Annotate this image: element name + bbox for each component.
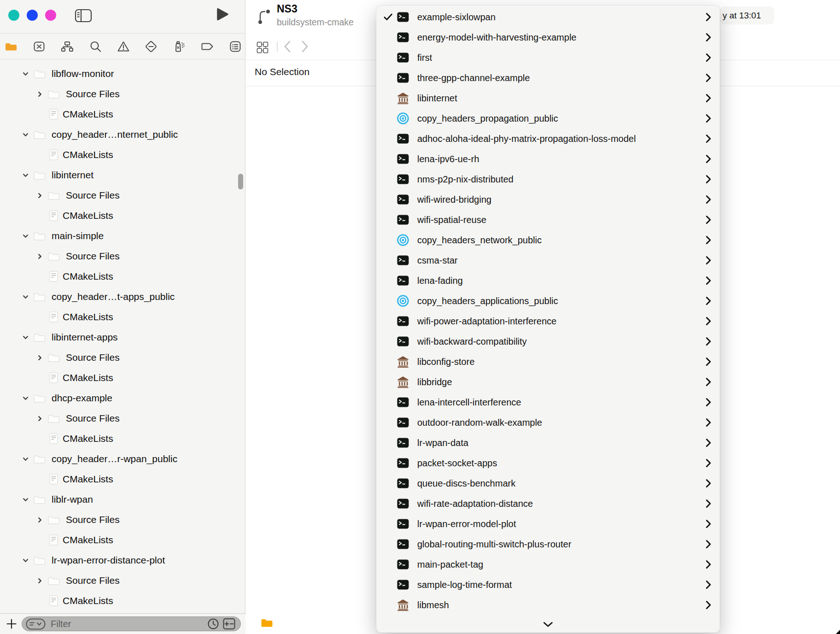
tree-row[interactable]: Source Files (0, 570, 245, 591)
zoom-window-button[interactable] (45, 10, 56, 21)
chevron-right-icon[interactable] (36, 192, 43, 199)
menu-item[interactable]: copy_headers_propagation_public (376, 108, 720, 129)
tree-row[interactable]: CMakeLists (0, 530, 245, 550)
submenu-chevron-icon[interactable] (701, 560, 712, 569)
tree-row[interactable]: CMakeLists (0, 591, 245, 611)
submenu-chevron-icon[interactable] (701, 134, 712, 143)
tag-icon[interactable] (201, 40, 214, 53)
chevron-down-icon[interactable] (22, 172, 29, 179)
tree-row[interactable]: Source Files (0, 408, 245, 429)
submenu-chevron-icon[interactable] (701, 296, 712, 305)
tree-row[interactable]: dhcp-example (0, 388, 245, 408)
chevron-right-icon[interactable] (36, 577, 43, 584)
tree-row[interactable]: lr-wpan-error-distance-plot (0, 550, 245, 570)
scheme-subtitle[interactable]: buildsystem-cmake (277, 17, 354, 28)
sidebar-toggle-icon[interactable] (75, 9, 92, 23)
chevron-down-icon[interactable] (22, 496, 29, 503)
chevron-down-icon[interactable] (22, 131, 29, 138)
menu-item[interactable]: nms-p2p-nix-distributed (376, 169, 720, 189)
menu-item[interactable]: three-gpp-channel-example (376, 68, 720, 88)
tree-row[interactable]: libinternet-apps (0, 327, 245, 347)
submenu-chevron-icon[interactable] (701, 479, 712, 488)
tree-row[interactable]: Source Files (0, 246, 245, 266)
menu-item[interactable]: packet-socket-apps (376, 453, 720, 473)
tree-row[interactable]: libflow-monitor (0, 64, 245, 84)
chevron-down-icon[interactable] (22, 395, 29, 402)
tree-row[interactable]: main-simple (0, 226, 245, 246)
tree-row[interactable]: CMakeLists (0, 104, 245, 124)
tree-row[interactable]: CMakeLists (0, 145, 245, 165)
submenu-chevron-icon[interactable] (701, 276, 712, 285)
submenu-chevron-icon[interactable] (701, 580, 712, 589)
submenu-chevron-icon[interactable] (701, 357, 712, 366)
submenu-chevron-icon[interactable] (701, 94, 712, 103)
submenu-chevron-icon[interactable] (701, 337, 712, 346)
tree-row[interactable]: libinternet (0, 165, 245, 185)
chevron-down-icon[interactable] (22, 334, 29, 341)
chevron-right-icon[interactable] (36, 517, 43, 523)
menu-item[interactable]: first (376, 47, 720, 68)
menu-item[interactable]: libinternet (376, 88, 720, 108)
back-chevron-icon[interactable] (284, 41, 291, 53)
submenu-chevron-icon[interactable] (701, 215, 712, 224)
filter-input[interactable] (50, 618, 207, 630)
menu-item[interactable]: libbridge (376, 372, 720, 392)
chevron-down-icon[interactable] (22, 70, 29, 77)
chevron-down-icon[interactable] (22, 294, 29, 300)
submenu-chevron-icon[interactable] (701, 114, 712, 123)
tree-row[interactable]: copy_header…t-apps_public (0, 287, 245, 307)
tree-row[interactable]: Source Files (0, 510, 245, 530)
menu-item[interactable]: lena-fading (376, 270, 720, 291)
plus-minus-box-icon[interactable] (223, 618, 235, 630)
scheme-name[interactable]: NS3 (277, 3, 298, 15)
menu-item[interactable]: libmesh (376, 595, 720, 615)
submenu-chevron-icon[interactable] (701, 175, 712, 184)
project-navigator-tab-folder-icon[interactable] (5, 40, 18, 53)
tree-row[interactable]: Source Files (0, 84, 245, 104)
chevron-down-icon[interactable] (22, 557, 29, 564)
menu-item[interactable]: main-packet-tag (376, 554, 720, 575)
menu-item[interactable]: csma-star (376, 250, 720, 270)
submenu-chevron-icon[interactable] (701, 438, 712, 447)
tree-row[interactable]: CMakeLists (0, 429, 245, 449)
clock-icon[interactable] (207, 618, 219, 630)
menu-item[interactable]: queue-discs-benchmark (376, 473, 720, 493)
tree-row[interactable]: copy_header…nternet_public (0, 124, 245, 145)
menu-item[interactable]: wifi-wired-bridging (376, 189, 720, 210)
chevron-down-icon[interactable] (22, 456, 29, 463)
menu-item[interactable]: libconfig-store (376, 352, 720, 372)
submenu-chevron-icon[interactable] (701, 540, 712, 549)
menu-item[interactable]: lr-wpan-error-model-plot (376, 514, 720, 534)
tree-row[interactable]: CMakeLists (0, 266, 245, 287)
chevron-right-icon[interactable] (36, 91, 43, 98)
menu-item[interactable]: wifi-spatial-reuse (376, 210, 720, 230)
close-window-button[interactable] (8, 10, 19, 21)
submenu-chevron-icon[interactable] (701, 377, 712, 387)
filter-pill-icon[interactable] (26, 618, 46, 630)
tree-row[interactable]: Source Files (0, 185, 245, 205)
menu-item[interactable]: wifi-rate-adaptation-distance (376, 493, 720, 514)
menu-item[interactable]: lena-intercell-interference (376, 392, 720, 412)
related-items-grid-icon[interactable] (256, 41, 269, 54)
chevron-right-icon[interactable] (36, 354, 43, 361)
tree-row[interactable]: CMakeLists (0, 469, 245, 489)
menu-item[interactable]: example-sixlowpan (376, 7, 720, 27)
menu-item[interactable]: adhoc-aloha-ideal-phy-matrix-propagation… (376, 129, 720, 149)
chevron-right-icon[interactable] (36, 253, 43, 260)
chevron-right-icon[interactable] (36, 415, 43, 422)
submenu-chevron-icon[interactable] (701, 317, 712, 326)
sidebar-scrollbar[interactable] (238, 174, 243, 189)
run-button[interactable] (216, 7, 229, 22)
diamond-minus-icon[interactable] (145, 40, 158, 53)
menu-item[interactable]: wifi-backward-compatibility (376, 331, 720, 352)
menu-item[interactable]: global-routing-multi-switch-plus-router (376, 534, 720, 554)
tree-row[interactable]: Source Files (0, 347, 245, 368)
submenu-chevron-icon[interactable] (701, 418, 712, 427)
submenu-chevron-icon[interactable] (701, 458, 712, 468)
tree-row[interactable]: liblr-wpan (0, 489, 245, 510)
tree-row[interactable]: CMakeLists (0, 205, 245, 226)
submenu-chevron-icon[interactable] (701, 499, 712, 508)
submenu-chevron-icon[interactable] (701, 73, 712, 82)
submenu-chevron-icon[interactable] (701, 154, 712, 164)
submenu-chevron-icon[interactable] (701, 12, 712, 22)
